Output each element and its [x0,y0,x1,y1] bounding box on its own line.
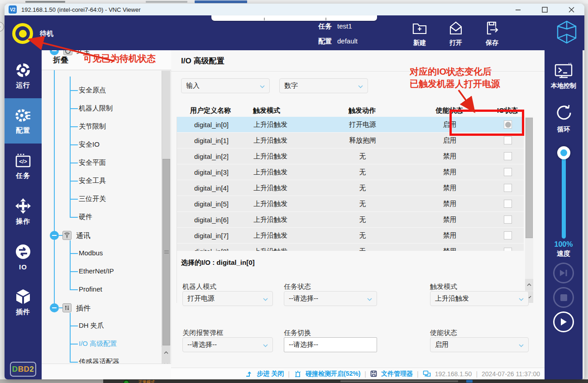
task-switch-input[interactable]: --请选择-- [284,337,377,352]
nav-label: 任务 [16,172,30,180]
left-nav-sidebar: 运行 配置 </> 任务 操作 IO 插件 D B D 2 [5,50,42,379]
new-button[interactable]: 新建 [403,21,436,47]
datetime: 2024-07-26 11:37:00 [482,370,540,378]
io-state-indicator[interactable] [504,168,512,176]
new-button-label: 新建 [413,39,426,47]
tree-item-safety-io[interactable]: 安全IO [79,140,100,149]
nav-item-config[interactable]: 配置 [5,98,42,144]
tree-item-profinet[interactable]: Profinet [79,285,102,293]
tree-item-sensor-adapter[interactable]: 传感器适配器 [79,358,120,364]
io-state-indicator[interactable] [504,136,512,144]
collapse-minus-icon[interactable] [50,231,59,240]
tree-connector [70,313,71,363]
nav-item-io[interactable]: IO [5,234,42,279]
save-button[interactable]: 保存 [476,21,508,47]
plugin-sliders-icon [62,303,72,312]
tree-item-safety-plane[interactable]: 安全平面 [79,158,106,167]
config-value: default [337,37,358,46]
nav-item-task[interactable]: </> 任务 [5,144,42,189]
robot-status-icon [12,23,33,44]
tree-scrollbar[interactable] [162,71,170,370]
table-row-clipped[interactable]: digital_in[8]上升沿触发无禁用 [177,244,524,251]
table-row[interactable]: digital_in[2]上升沿触发无禁用 [177,148,524,164]
nav-item-plugin[interactable]: 插件 [5,279,42,325]
collapse-minus-icon[interactable] [50,303,59,312]
right-control-sidebar: 本地控制 循环 100% 速度 [545,50,583,379]
io-type-value: 输入 [186,81,200,90]
tree-item-hardware[interactable]: 硬件 [79,213,92,221]
table-row[interactable]: digital_in[7]上升沿触发无禁用 [177,228,524,243]
comm-antenna-icon [62,231,72,240]
nav-label: 插件 [16,308,30,316]
chevron-down-icon [263,295,268,302]
collapse-label[interactable]: 折叠 [53,55,68,65]
close-icon[interactable] [569,7,574,13]
svg-text:</>: </> [19,158,27,165]
desktop-taskbar-strip: 正常模式 [0,379,588,383]
enable-state-select[interactable]: 启用 [430,337,529,352]
io-kind-value: 数字 [284,81,298,90]
minimize-icon[interactable] [515,7,521,13]
task-state-select[interactable]: --请选择-- [284,291,377,306]
table-row[interactable]: digital_in[5]上升沿触发无禁用 [177,196,524,211]
tree-body: 安全原点 机器人限制 关节限制 安全IO 安全平面 安全工具 三位开关 硬件 通… [42,70,171,364]
io-type-select[interactable]: 输入 [181,78,270,93]
nav-item-run[interactable]: 运行 [5,53,42,98]
tree-scroll-up-button[interactable] [162,347,170,359]
table-scrollbar-thumb[interactable] [526,118,533,238]
tree-scrollbar-thumb[interactable] [163,159,170,345]
tree-group-plugin[interactable]: 插件 [76,304,91,313]
collision-status[interactable]: 碰撞检测开启(52%) [306,370,360,378]
badge-letter: D [24,365,29,374]
io-state-indicator[interactable] [504,184,512,192]
play-button[interactable] [553,311,574,332]
table-scrollbar[interactable] [525,117,533,303]
tree-item-three-position-switch[interactable]: 三位开关 [79,195,106,203]
collapse-minus-icon[interactable] [50,50,59,55]
terminal-icon [554,62,573,79]
io-state-indicator[interactable] [504,200,512,208]
io-kind-select[interactable]: 数字 [279,78,368,93]
loop-button[interactable]: 循环 [545,104,583,134]
local-control-button[interactable]: 本地控制 [545,62,583,90]
tree-item-safety-origin[interactable]: 安全原点 [79,86,106,95]
io-state-indicator[interactable] [504,152,512,160]
tree-item-io-advanced-config[interactable]: I/O 高级配置 [79,340,117,348]
stop-button[interactable] [553,287,574,308]
tree-item-modbus[interactable]: Modbus [79,249,103,257]
step-forward-button[interactable] [553,263,574,283]
robot-status-label: 待机 [40,29,53,38]
open-button[interactable]: 打开 [440,21,472,47]
speed-slider-handle[interactable] [557,146,570,159]
table-scroll-up-button[interactable] [525,279,533,291]
step-status[interactable]: 步进 关闭 [257,370,284,378]
tree-item-robot-limit[interactable]: 机器人限制 [79,104,113,113]
io-state-indicator[interactable] [504,215,512,224]
trigger-mode-select[interactable]: 上升沿触发 [430,291,529,306]
config-label: 配置 [318,37,332,46]
tree-item-safety-tool[interactable]: 安全工具 [79,177,106,185]
speed-slider-track[interactable] [562,153,566,239]
maximize-icon[interactable] [542,7,548,13]
tree-item-joint-limit[interactable]: 关节限制 [79,122,106,131]
robot-mode-select[interactable]: 打开电源 [182,291,273,306]
vnc-toolbar-flap[interactable] [211,15,377,21]
enable-state-label: 使能状态 [430,329,457,337]
table-row[interactable]: digital_in[3]上升沿触发无禁用 [177,164,524,180]
col-trigger-mode: 触发模式 [247,106,317,115]
io-state-indicator[interactable] [504,231,512,239]
nav-item-jog[interactable]: 操作 [5,189,42,234]
file-manager-link[interactable]: 文件管理器 [381,370,413,378]
col-user-defined-name: 用户定义名称 [177,106,247,115]
close-alarm-select[interactable]: --请选择-- [182,337,273,352]
brand-logo-icon [556,20,578,46]
tree-item-ethernet-ip[interactable]: EtherNet/IP [79,267,114,275]
window-titlebar[interactable]: V2 192.168.1.50 (intel-corei7-64:0) - VN… [5,4,584,15]
table-row[interactable]: digital_in[4]上升沿触发无禁用 [177,180,524,196]
io-state-indicator[interactable] [504,248,512,251]
tree-item-dh-gripper[interactable]: DH 夹爪 [79,321,104,330]
table-row[interactable]: digital_in[6]上升沿触发无禁用 [177,212,524,227]
dbd2-badge[interactable]: D B D 2 [10,362,36,377]
trigger-mode-label: 触发模式 [430,282,457,291]
tree-group-comm[interactable]: 通讯 [76,231,91,241]
